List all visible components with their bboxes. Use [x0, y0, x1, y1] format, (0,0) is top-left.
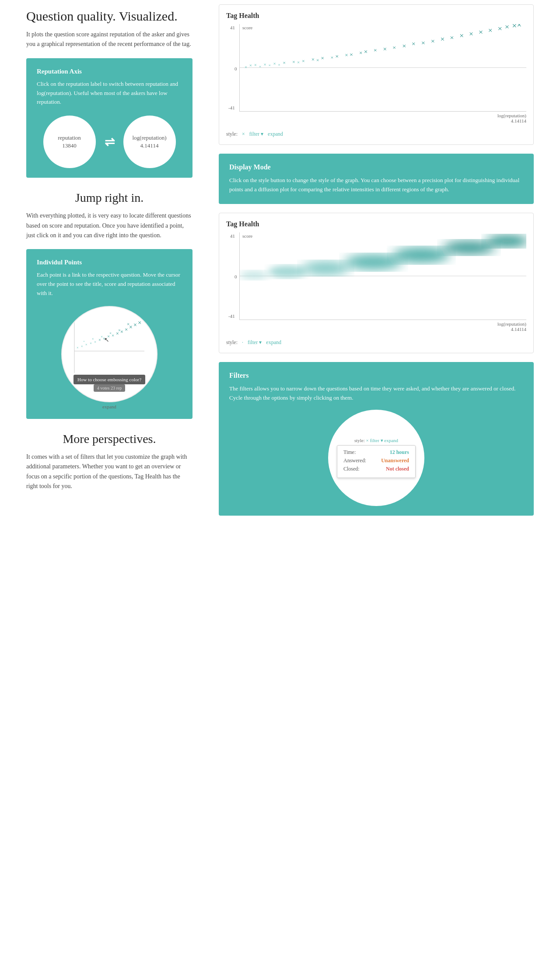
svg-text:×: × — [90, 341, 92, 345]
chart1-controls: style: × filter ▾ expand — [226, 131, 526, 137]
svg-text:×: × — [133, 322, 137, 328]
svg-text:×: × — [431, 37, 435, 44]
svg-text:×: × — [392, 44, 396, 50]
svg-text:×: × — [421, 39, 425, 46]
svg-text:×: × — [359, 50, 362, 56]
svg-text:×: × — [283, 60, 286, 65]
chart2-expand-link[interactable]: expand — [266, 339, 281, 346]
svg-text:×: × — [101, 334, 103, 339]
svg-text:×: × — [498, 25, 502, 33]
reputation-demo: reputation 13840 ⇌ log(reputation) 4.141… — [37, 116, 182, 168]
filter-closed-value[interactable]: Not closed — [386, 466, 409, 472]
svg-point-65 — [269, 265, 307, 278]
svg-text:×: × — [364, 48, 368, 55]
filters-mini-filter[interactable]: filter ▾ — [370, 438, 384, 443]
svg-text:×: × — [120, 329, 123, 335]
filters-desc: The filters allows you to narrow down th… — [229, 384, 523, 403]
page-title: Question quality. Visualized. — [26, 9, 192, 24]
svg-text:×: × — [469, 30, 473, 38]
chart2-0-label: 0 — [234, 274, 237, 279]
svg-text:×: × — [273, 61, 276, 66]
rep-label-2: log(reputation) — [133, 134, 167, 142]
filters-mini-controls: style: × filter ▾ expand — [354, 438, 398, 443]
chart1-title: Tag Health — [226, 12, 526, 20]
chart1-rep-label: log(reputation) 4.14114 — [497, 113, 526, 123]
svg-text:↖: ↖ — [104, 337, 109, 343]
svg-text:×: × — [264, 62, 266, 67]
jump-section: Jump right in. With everything plotted, … — [26, 191, 192, 240]
rep-axis-desc: Click on the reputation label to switch … — [37, 80, 182, 107]
display-mode-box: Display Mode Click on the style button t… — [219, 154, 534, 204]
svg-text:×: × — [94, 340, 96, 344]
svg-text:×: × — [345, 52, 348, 58]
filter-answered-value[interactable]: Unanswered — [381, 457, 409, 464]
chart2-rep-label: log(reputation) 4.14114 — [497, 321, 526, 332]
svg-text:×: × — [505, 24, 509, 31]
mini-scatter-svg: × × × × × × × × × × × × × × × × × × × × — [70, 316, 149, 373]
rep-circle-left[interactable]: reputation 13840 — [43, 116, 96, 168]
individual-points-box: Individul Points Each point is a link to… — [26, 249, 192, 418]
rep-axis-title: Reputation Axis — [37, 68, 182, 75]
more-text: It comes with a set of filters that let … — [26, 452, 192, 492]
chart2-title: Tag Health — [226, 220, 526, 228]
svg-text:×: × — [297, 60, 300, 64]
chart2-style-label: style: — [226, 339, 238, 346]
svg-text:×: × — [77, 346, 79, 350]
svg-text:×: × — [109, 331, 112, 335]
svg-point-64 — [240, 271, 269, 279]
chart2-style-button[interactable]: · — [242, 339, 243, 346]
svg-text:×: × — [112, 333, 114, 338]
svg-text:×: × — [412, 40, 416, 47]
svg-text:×: × — [125, 326, 128, 333]
chart1-score-label: score — [242, 25, 252, 30]
chart1-style-button[interactable]: × — [242, 131, 245, 137]
svg-text:×: × — [302, 58, 305, 63]
svg-text:×: × — [321, 55, 324, 61]
svg-text:×: × — [118, 328, 121, 333]
chart1-area: 41 score 0 -41 log(reputation) 4.14114 ×… — [239, 24, 526, 112]
svg-text:×: × — [278, 63, 280, 67]
chart2-area: 41 score 0 -41 log(reputation) 4.14114 — [239, 232, 526, 320]
chart1-filter-button[interactable]: filter ▾ — [249, 131, 263, 137]
expand-label-points: expand — [37, 404, 182, 409]
svg-text:×: × — [316, 57, 319, 62]
individual-points-title: Individul Points — [37, 259, 182, 266]
tooltip-title: How to choose embossing color? — [77, 377, 141, 382]
svg-text:×: × — [83, 340, 85, 343]
svg-text:×: × — [450, 34, 454, 41]
svg-text:×: × — [330, 55, 333, 60]
svg-text:×: × — [259, 65, 262, 69]
filter-time-label: Time: — [343, 449, 356, 456]
svg-text:×: × — [512, 24, 517, 30]
filters-mini-expand[interactable]: expand — [384, 438, 398, 443]
svg-text:×: × — [249, 63, 252, 68]
chart2-filter-button[interactable]: filter ▾ — [248, 339, 262, 346]
rep-value-1: 13840 — [62, 142, 77, 150]
svg-text:×: × — [245, 65, 247, 70]
tooltip-demo: How to choose embossing color? — [74, 375, 145, 384]
chart2-controls: style: · filter ▾ expand — [226, 339, 526, 346]
filter-time-value[interactable]: 12 hours — [390, 449, 409, 456]
display-mode-desc: Click on the style button to change the … — [229, 176, 523, 194]
svg-text:×: × — [402, 42, 406, 49]
filter-popup: Time: 12 hours Answered: Unanswered Clos… — [337, 445, 416, 478]
filter-answered-label: Answered: — [343, 457, 366, 464]
filters-circle-wrap: style: × filter ▾ expand Time: 12 hours … — [229, 410, 523, 506]
reputation-axis-box: Reputation Axis Click on the reputation … — [26, 58, 192, 178]
chart1-style-label: style: — [226, 131, 238, 137]
chart-box-2: Tag Health 41 score 0 -41 log(reputation… — [219, 213, 534, 353]
rep-circle-right[interactable]: log(reputation) 4.14114 — [123, 116, 176, 168]
chart2-41-label: 41 — [230, 233, 235, 239]
chart2-neg41-label: -41 — [228, 313, 235, 319]
rep-label-1: reputation — [58, 134, 81, 142]
filter-row-closed: Closed: Not closed — [343, 466, 409, 472]
filters-title: Filters — [229, 372, 523, 380]
chart1-expand-link[interactable]: expand — [268, 131, 283, 137]
filters-mini-style[interactable]: × — [366, 438, 368, 443]
rep-value-2: 4.14114 — [140, 142, 159, 150]
svg-text:×: × — [138, 319, 141, 326]
filters-box: Filters The filters allows you to narrow… — [219, 362, 534, 516]
intro-text: It plots the question score against repu… — [26, 30, 192, 49]
svg-text:×: × — [81, 344, 83, 348]
individual-points-desc: Each point is a link to the respective q… — [37, 271, 182, 298]
